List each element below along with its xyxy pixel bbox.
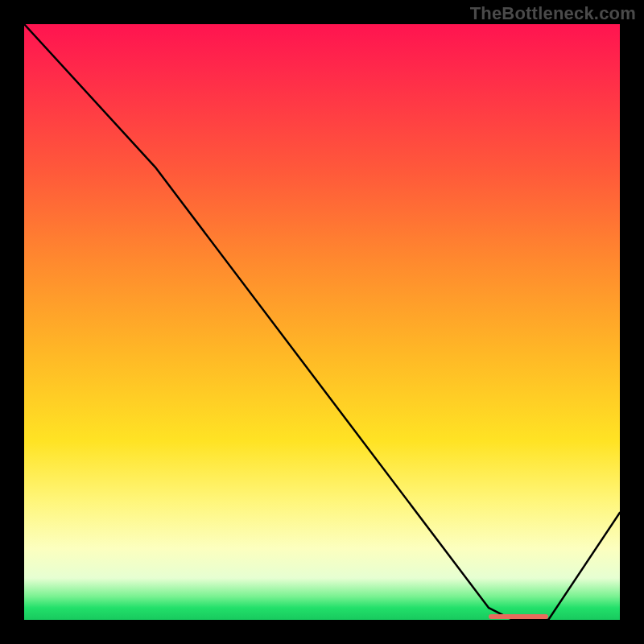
curve-path [24,24,620,620]
plot-area [24,24,620,620]
watermark-text: TheBottleneck.com [470,3,636,24]
bottleneck-curve [24,24,620,620]
optimal-range-marker [489,614,548,619]
chart-frame: TheBottleneck.com [0,0,644,644]
